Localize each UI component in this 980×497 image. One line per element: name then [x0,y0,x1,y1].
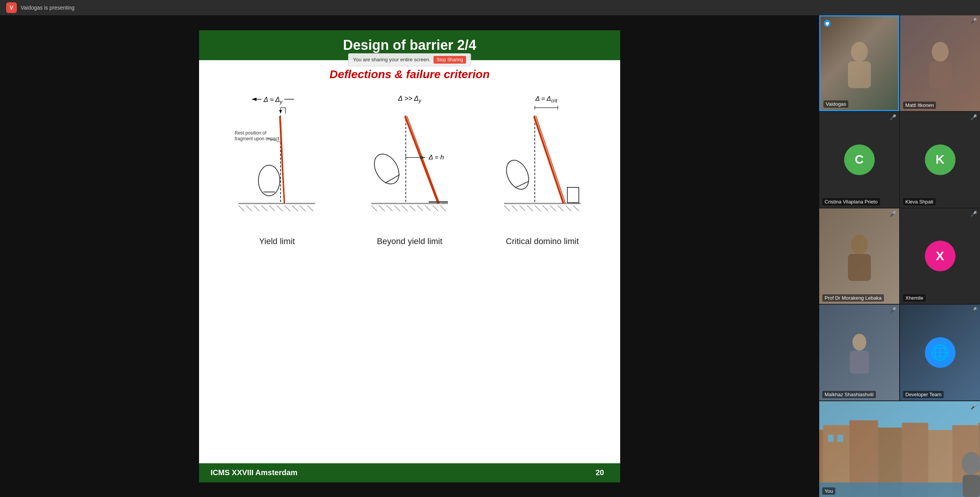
svg-line-10 [261,205,267,211]
svg-rect-75 [848,61,871,88]
svg-line-11 [269,205,275,211]
svg-line-62 [565,205,571,211]
slide-subtitle: Deflections & failure criterion [214,68,605,81]
svg-line-57 [527,205,533,211]
svg-text:Δ >> Δy: Δ >> Δy [398,95,422,103]
participant-name-vaidogas: Vaidogas [823,100,848,108]
slide-footer-text: ICMS XXVIII Amsterdam [211,468,297,477]
svg-point-81 [851,235,868,254]
malkhaz-video [819,305,899,400]
mute-icon-prof: 🎤 [890,211,896,217]
svg-text:Rest position of: Rest position of [235,130,266,136]
participant-tile-devteam[interactable]: 🌐 🎤 Developer Team [900,305,980,400]
presentation-area: Design of barrier 2/4 You are sharing yo… [0,15,819,497]
svg-line-54 [504,205,510,211]
svg-line-35 [410,205,415,211]
svg-line-31 [379,205,385,211]
diagram-label-beyond: Beyond yield limit [377,236,442,246]
participants-sidebar: Vaidogas 🎤 Matti Itkonen C 🎤 Cristina Vi… [819,15,980,497]
svg-line-9 [254,205,260,211]
svg-rect-70 [567,187,579,203]
slide-container: Design of barrier 2/4 You are sharing yo… [199,30,620,482]
participant-name-matti: Matti Itkonen [903,102,936,109]
svg-line-65 [534,116,564,203]
participant-name-kleva: Kleva Shpati [903,198,936,205]
participant-tile-xhemile[interactable]: X 🎤 Xhemile [900,208,980,304]
app-logo: V [6,2,17,13]
mute-icon-matti: 🎤 [970,18,977,24]
svg-point-99 [962,452,980,475]
diagrams-row: Δ ≈ Δy Rest position of fragment upon im… [214,92,605,246]
participant-name-prof: Prof Dr Morakeng Lebaka [822,294,884,302]
avatar-kleva: K [925,144,956,175]
diagram-label-yield: Yield limit [259,236,295,246]
avatar-xhemile: X [925,241,956,271]
svg-line-16 [307,205,313,211]
svg-text:Δ ≈ Δy: Δ ≈ Δy [263,96,283,105]
svg-line-56 [519,205,525,211]
svg-text:Δ = h: Δ = h [428,154,444,161]
svg-rect-84 [850,351,869,374]
svg-point-68 [502,156,533,192]
svg-line-8 [246,205,252,211]
svg-line-55 [512,205,518,211]
mute-icon-devteam: 🎤 [970,307,977,313]
svg-line-32 [387,205,392,211]
prof-video [819,208,899,304]
vaidogas-video [820,16,898,110]
matti-video [900,15,980,111]
mute-icon-kleva: 🎤 [970,114,977,120]
participant-tile-cristina[interactable]: C 🎤 Cristina Vilaplana Prieto [819,112,899,208]
mute-icon-malkhaz: 🎤 [890,307,896,313]
participant-name-you: You [822,487,835,495]
svg-rect-82 [848,254,871,281]
svg-rect-100 [963,475,980,497]
svg-point-21 [258,165,280,196]
slide-page-number: 20 [591,467,609,479]
participant-tile-you[interactable]: 🎤 You [819,401,980,497]
participant-tile-matti[interactable]: 🎤 Matti Itkonen [900,15,980,111]
svg-text:Δ = Δcrit: Δ = Δcrit [535,95,557,103]
stop-sharing-button[interactable]: Stop Sharing [433,56,466,64]
svg-rect-97 [838,435,843,442]
svg-line-60 [550,205,556,211]
diagram-critical: Δ = Δcrit [480,92,605,246]
svg-rect-78 [826,25,828,26]
svg-line-15 [300,205,305,211]
svg-line-66 [537,116,566,203]
svg-line-34 [402,205,408,211]
svg-text:fragment upon impact: fragment upon impact [235,136,279,141]
svg-line-13 [284,205,290,211]
main-content: Design of barrier 2/4 You are sharing yo… [0,15,980,497]
svg-rect-77 [826,22,829,25]
svg-line-30 [371,205,377,211]
mute-icon-xhemile: 🎤 [970,211,977,217]
you-video [819,401,980,497]
slide-footer: ICMS XXVIII Amsterdam 20 [199,463,620,482]
top-bar: V Vaidogas is presenting [0,0,980,15]
svg-line-63 [573,205,579,211]
diagram-yield-limit: Δ ≈ Δy Rest position of fragment upon im… [214,92,340,246]
svg-line-61 [558,205,564,211]
svg-line-37 [425,205,431,211]
participant-name-cristina: Cristina Vilaplana Prieto [822,198,880,205]
participant-tile-malkhaz[interactable]: 🎤 Malkhaz Shashiashvili [819,305,899,400]
slide-body: You are sharing your entire screen. Stop… [199,60,620,482]
svg-line-33 [394,205,400,211]
avatar-cristina: C [844,144,875,175]
svg-line-20 [281,116,284,203]
svg-line-14 [292,205,298,211]
participant-tile-prof[interactable]: 🎤 Prof Dr Morakeng Lebaka [819,208,899,304]
mute-icon-cristina: 🎤 [890,114,896,120]
participant-tile-vaidogas[interactable]: Vaidogas [819,15,899,111]
svg-rect-98 [819,483,980,497]
diagram-svg-yield: Δ ≈ Δy Rest position of fragment upon im… [231,92,323,230]
svg-line-12 [277,205,283,211]
participant-name-xhemile: Xhemile [903,294,926,302]
presenting-text: Vaidogas is presenting [21,5,75,11]
svg-line-7 [238,205,244,211]
svg-line-45 [385,174,400,183]
mute-icon-you: 🎤 [970,404,977,410]
screen-share-notice: You are sharing your entire screen. Stop… [348,53,471,66]
participant-tile-kleva[interactable]: K 🎤 Kleva Shpati [900,112,980,208]
